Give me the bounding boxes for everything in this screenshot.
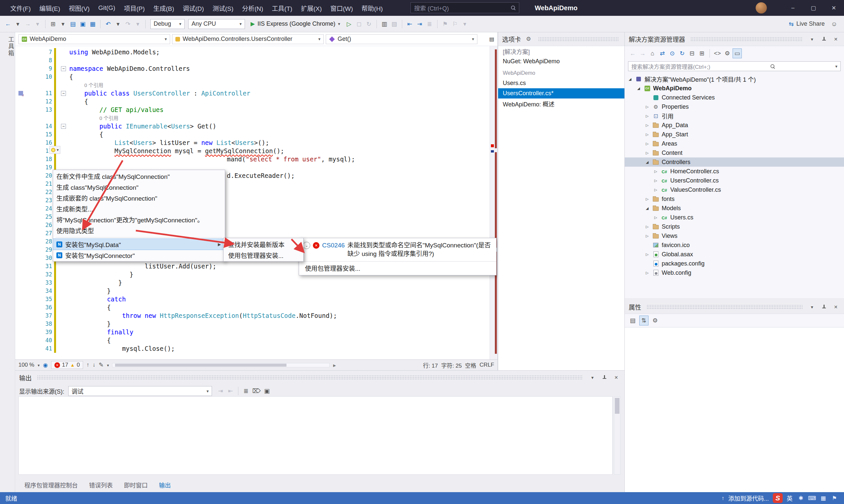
nav-back-dropdown-icon[interactable]: ▾ [13,19,22,29]
tree-item-Web.config[interactable]: Web.config [625,268,844,277]
context-menu-item-7[interactable]: 安装包"MySql.Data" [53,239,225,250]
tree-item-Views[interactable]: Views [625,231,844,240]
error-code[interactable]: CS0246 [322,241,345,250]
indent-decrease-icon[interactable]: ⇤ [405,19,414,29]
tree-item-UsersController.cs[interactable]: UsersController.cs [625,176,844,185]
tree-expander-icon[interactable] [644,197,650,201]
se-back-icon[interactable]: ← [628,49,637,58]
tree-expander-icon[interactable] [653,188,658,192]
tree-item-Controllers[interactable]: Controllers [625,158,844,167]
menubar-item-5[interactable]: 生成(B) [149,0,178,16]
pin-icon[interactable] [820,36,828,43]
solution-explorer-search[interactable]: 搜索解决方案资源管理器(Ctrl+;) [628,61,841,71]
tree-item--[interactable]: 引用 [625,111,844,121]
tool-tab-3[interactable]: 输出 [154,479,175,491]
se-show-all-files-icon[interactable]: ⊞ [697,49,707,58]
editor-vertical-scrollbar[interactable] [489,46,498,359]
tree-item-Content[interactable]: Content [625,148,844,158]
tree-item-App_Data[interactable]: App_Data [625,121,844,130]
gear-icon[interactable] [524,36,533,43]
close-icon[interactable] [831,303,840,311]
tool-tab-0[interactable]: 程序包管理器控制台 [20,479,82,491]
error-fix-action[interactable]: 使用包管理器安装... [299,261,496,275]
menubar-item-9[interactable]: 工具(T) [268,0,296,16]
context-menu-item-3[interactable]: 生成新类型... [53,203,225,214]
output-find-prev-icon[interactable]: ⇤ [226,386,235,396]
tree-expander-icon[interactable] [644,105,650,109]
se-properties-icon[interactable]: ⚙ [723,49,732,58]
codelens-text[interactable]: 0 个引用 [69,81,103,89]
tree-item-Models[interactable]: Models [625,203,844,213]
nav-forward-icon[interactable]: → [23,19,32,29]
tree-expander-icon[interactable] [644,234,650,238]
output-scrollbar[interactable] [614,396,620,475]
tabs-panel-item-1[interactable]: NuGet: WebApiDemo [498,56,624,67]
menubar-item-8[interactable]: 分析(N) [238,0,268,16]
tree-item-HomeController.cs[interactable]: HomeController.cs [625,167,844,176]
tree-expander-icon[interactable] [644,132,650,137]
collapse-button[interactable]: − [61,66,66,71]
ime-mode[interactable]: 英 [787,494,793,502]
chevron-down-icon[interactable] [808,36,816,43]
nav-type-dropdown[interactable]: WebApiDemo.Controllers.UsersController [172,34,324,44]
ime-logo[interactable]: S [773,493,783,503]
se-pending-changes-icon[interactable]: ⊙ [668,49,677,58]
pin-icon[interactable] [600,374,608,381]
platform-combo[interactable]: Any CPU [188,19,245,29]
add-to-source-control[interactable]: 添加到源代码... [728,494,769,502]
context-menu-item-5[interactable]: 使用隐式类型 [53,225,225,236]
source-control-icon[interactable] [721,495,724,502]
output-toggle-icon[interactable]: ▣ [262,386,271,396]
start-without-debugging-icon[interactable]: ▷ [345,19,354,29]
tabs-panel-item-0[interactable]: [解决方案] [498,46,624,56]
ime-tools-icon[interactable]: ✱ [796,495,805,502]
feedback-icon[interactable] [828,20,841,28]
nav-project-dropdown[interactable]: WebApiDemo [18,34,170,44]
props-alphabetical-icon[interactable]: ⇅ [639,316,649,325]
codelens-text[interactable]: 0 个引用 [69,114,118,122]
tree-expander-icon[interactable] [653,215,658,220]
tree-item-Users.cs[interactable]: Users.cs [625,213,844,222]
tree-expander-icon[interactable] [644,114,650,118]
minimize-button[interactable] [783,0,803,16]
menubar-item-3[interactable]: Git(G) [94,0,120,16]
tree-expander-icon[interactable] [636,86,641,91]
tree-expander-icon[interactable] [653,179,658,183]
context-menu-item-2[interactable]: 生成嵌套的 class"MySqlConnection" [53,192,225,203]
menubar-item-7[interactable]: 测试(S) [208,0,238,16]
menubar-item-6[interactable]: 调试(D) [178,0,208,16]
ime-keyboard-icon[interactable]: ⌨ [808,495,816,502]
code-area[interactable]: 7using WebApiDemo.Models;89−namespace We… [15,46,498,359]
se-preview-selected-icon[interactable]: ▭ [733,49,742,58]
tabs-panel-item-4[interactable]: UsersController.cs* [498,88,624,98]
batch-build-icon[interactable]: ▧ [390,19,399,29]
zoom-dropdown-icon[interactable] [38,362,39,368]
close-icon[interactable] [612,374,620,381]
undo-dropdown-icon[interactable]: ▾ [114,19,123,29]
stop-icon[interactable]: ◻ [355,19,364,29]
edit-mode-dropdown-icon[interactable] [107,362,109,368]
save-all-icon[interactable]: ▦ [88,19,97,29]
bookmark-icon[interactable]: ⚑ [441,19,450,29]
menubar-item-12[interactable]: 帮助(H) [357,0,387,16]
se-forward-icon[interactable]: → [638,49,647,58]
menubar-item-10[interactable]: 扩展(X) [297,0,326,16]
save-icon[interactable]: ▣ [78,19,87,29]
output-content[interactable] [18,396,613,475]
tree-expander-icon[interactable] [644,271,650,275]
new-item-dropdown-icon[interactable]: ▾ [58,19,68,29]
tree-item-App_Start[interactable]: App_Start [625,130,844,139]
configuration-combo[interactable]: Debug [150,19,185,29]
tabs-panel-item-2[interactable]: WebApiDemo [498,68,624,78]
tree-expander-icon[interactable] [644,160,650,164]
submenu-item-0[interactable]: 查找并安装最新版本 [224,239,303,250]
zoom-control[interactable]: 100 % [18,362,34,368]
editor-horizontal-scrollbar[interactable] [112,363,330,367]
tree-item-WebApiDemo[interactable]: WebApiDemo [625,84,844,93]
tree-item--WebApiDemo-1-1-[interactable]: 解决方案"WebApiDemo"(1 个项目/共 1 个) [625,74,844,84]
nav-forward-dropdown-icon[interactable]: ▾ [33,19,42,29]
tree-expander-icon[interactable] [644,206,650,211]
se-collapse-all-icon[interactable]: ⊟ [687,49,696,58]
menubar-item-0[interactable]: 文件(F) [6,0,35,16]
chevron-circle-icon[interactable] [303,242,310,249]
